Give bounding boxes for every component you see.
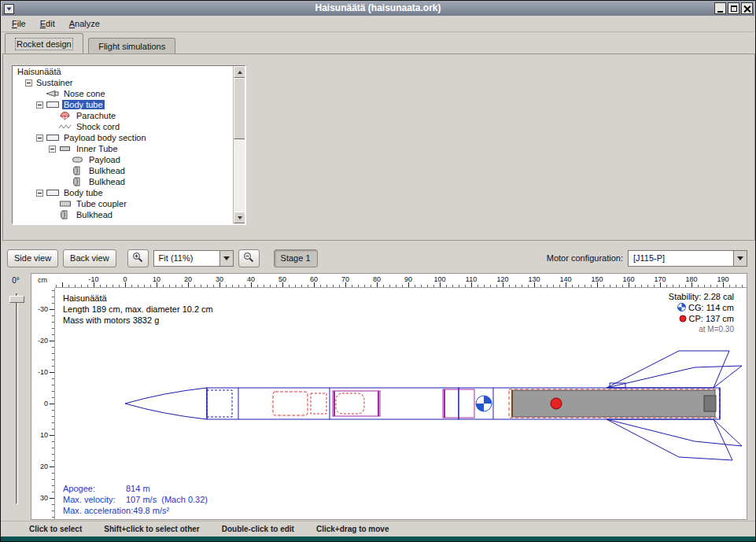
tree-item-bulkhead[interactable]: Bulkhead (13, 176, 245, 187)
minimize-icon (717, 11, 723, 13)
tree-item-stage[interactable]: Sustainer (13, 77, 245, 88)
menu-bar: File Edit Analyze (2, 16, 754, 32)
collapse-icon[interactable] (36, 190, 43, 197)
zoom-in-icon (132, 252, 143, 264)
rotation-slider-thumb[interactable] (9, 296, 24, 303)
back-view-button[interactable]: Back view (63, 249, 116, 267)
main-tabs: Rocket design Flight simulations (5, 33, 175, 54)
scrollbar-track[interactable] (234, 78, 245, 212)
tree-item-rocket[interactable]: Haisunäätä (13, 66, 245, 77)
hint-double-click: Double-click to edit (222, 525, 294, 533)
cp-marker (551, 398, 562, 409)
motor-configuration-label: Motor configuration: (547, 253, 623, 263)
minimize-button[interactable] (714, 2, 726, 14)
zoom-in-button[interactable] (127, 249, 149, 267)
tab-flight-simulations[interactable]: Flight simulations (88, 38, 175, 53)
collapse-icon[interactable] (25, 79, 32, 87)
rocket-name: Haisunäätä (63, 293, 213, 304)
payload-icon (71, 156, 85, 164)
rocket-view-panel[interactable]: -100102030405060708090100110120130140150… (31, 273, 747, 520)
cg-marker (476, 396, 492, 411)
tree-item-payload[interactable]: Payload (13, 154, 245, 165)
zoom-out-icon (243, 252, 254, 264)
rotation-angle-label: 0° (2, 276, 29, 285)
zoom-select[interactable]: Fit (11%) (153, 250, 234, 267)
window-controls (714, 2, 753, 14)
tree-item-shock-cord[interactable]: Shock cord (13, 121, 245, 132)
nose-cone-icon (46, 90, 60, 98)
chevron-down-icon (223, 256, 230, 260)
bulkhead-icon (71, 177, 85, 186)
dropdown-button[interactable] (733, 251, 747, 266)
rocket-info: Haisunäätä Length 189 cm, max. diameter … (63, 293, 213, 326)
tree-item-nose-cone[interactable]: Nose cone (13, 88, 245, 99)
scroll-up-button[interactable] (234, 66, 245, 78)
stability-info: Stability: 2.28 cal CG: 114 cm CP: 137 c… (669, 291, 734, 335)
bulkhead-icon (58, 210, 72, 219)
ruler-unit-label: cm (38, 276, 47, 284)
menu-analyze[interactable]: Analyze (62, 17, 107, 31)
chevron-down-icon (737, 256, 743, 260)
tree-item-body-tube[interactable]: Body tube (13, 99, 245, 110)
view-toolbar: Side view Back view Fit (11%) Stage 1 Mo… (1, 246, 756, 270)
tree-item-tube-coupler[interactable]: Tube coupler (13, 198, 245, 209)
flight-info: Apogee:814 m Max. velocity:107 m/s (Mach… (63, 483, 208, 516)
application-window: Haisunäätä (haisunaata.ork) File Edit An… (0, 0, 756, 542)
rocket-dimensions: Length 189 cm, max. diameter 10.2 cm (63, 304, 213, 315)
hint-click: Click to select (29, 525, 82, 533)
shock-cord-icon (58, 123, 72, 131)
body-tube-icon (46, 189, 60, 197)
horizontal-ruler: -100102030405060708090100110120130140150… (55, 274, 747, 288)
tree-item-body-tube-aft[interactable]: Body tube (13, 187, 245, 198)
zoom-out-button[interactable] (238, 249, 260, 267)
collapse-icon[interactable] (49, 146, 56, 153)
parachute-icon (58, 112, 72, 120)
arrow-up-icon (238, 71, 242, 74)
body-tube-icon (46, 134, 60, 142)
tree-item-bulkhead[interactable]: Bulkhead (13, 209, 245, 220)
title-bar: Haisunäätä (haisunaata.ork) (2, 1, 754, 16)
scroll-down-button[interactable] (234, 212, 245, 223)
tab-rocket-design[interactable]: Rocket design (5, 33, 83, 53)
window-bottom-edge (1, 536, 756, 542)
side-view-button[interactable]: Side view (7, 249, 58, 267)
selected-tree-label: Body tube (62, 100, 105, 109)
tube-coupler-icon (58, 200, 72, 208)
window-title: Haisunäätä (haisunaata.ork) (2, 1, 754, 16)
maximize-button[interactable] (728, 2, 739, 14)
menu-file[interactable]: File (5, 17, 33, 31)
scrollbar-thumb[interactable] (234, 78, 245, 139)
stability-condition: at M=0.30 (669, 324, 734, 335)
tree-item-inner-tube[interactable]: Inner Tube (13, 143, 245, 154)
collapse-icon[interactable] (36, 135, 43, 142)
cp-icon (679, 315, 687, 323)
dropdown-button[interactable] (219, 251, 233, 266)
tree-scrollbar[interactable] (233, 66, 245, 223)
system-menu-icon[interactable] (4, 3, 14, 13)
vertical-ruler: -30-20-100102030 (31, 288, 55, 520)
bulkhead-icon (71, 166, 85, 175)
collapse-icon[interactable] (36, 101, 43, 109)
maximize-icon (731, 6, 737, 12)
rotation-slider[interactable] (16, 293, 18, 504)
status-bar: Click to select Shift+click to select ot… (1, 521, 756, 536)
tree-item-bulkhead[interactable]: Bulkhead (13, 165, 245, 176)
body-tube-icon (46, 101, 60, 109)
menu-edit[interactable]: Edit (33, 17, 62, 31)
tree-item-payload-section[interactable]: Payload body section (13, 132, 245, 143)
rocket-mass: Mass with motors 3832 g (63, 315, 213, 326)
cg-icon (677, 303, 686, 312)
hint-shift-click: Shift+click to select other (104, 525, 199, 533)
close-icon (743, 5, 750, 12)
tree-item-parachute[interactable]: Parachute (13, 110, 245, 121)
motor-configuration-select[interactable]: [J115-P] (628, 250, 747, 267)
component-tree[interactable]: Haisunäätä Sustainer Nose cone Body tube… (12, 65, 245, 224)
inner-tube-icon (58, 145, 72, 153)
hint-drag: Click+drag to move (316, 525, 389, 533)
stage-1-toggle[interactable]: Stage 1 (274, 249, 318, 267)
close-button[interactable] (741, 2, 753, 14)
arrow-down-icon (238, 216, 242, 219)
